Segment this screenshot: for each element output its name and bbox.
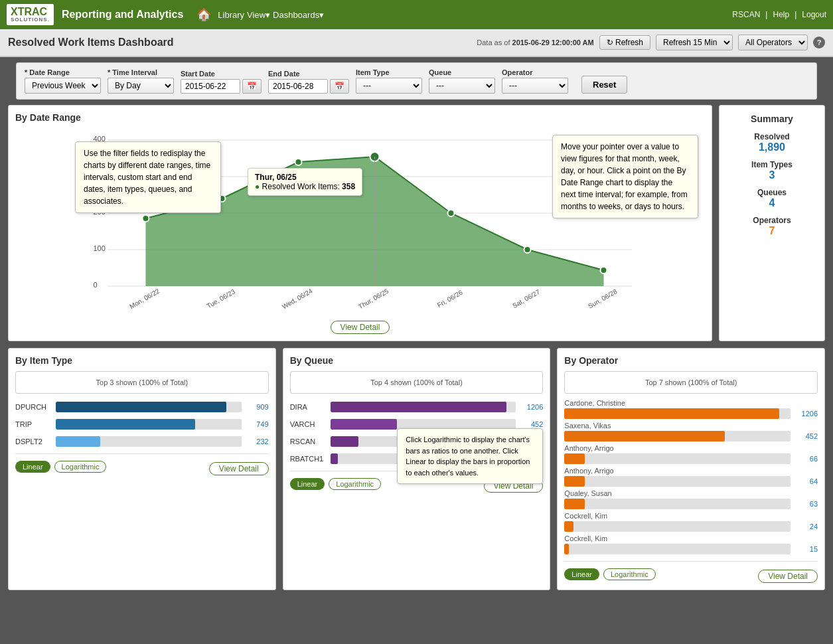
item-type-footer: Linear Logarithmic View Detail <box>15 453 269 475</box>
operator-name-1: Saxena, Vikas <box>564 422 818 430</box>
logout-link[interactable]: Logout <box>802 10 826 19</box>
table-row: DIRA 1206 <box>290 402 544 412</box>
svg-text:100: 100 <box>94 244 106 252</box>
home-icon[interactable]: 🏠 <box>196 7 211 22</box>
operator-value-5: 24 <box>795 523 818 530</box>
dashboards-dropdown[interactable]: Dashboards▾ <box>273 10 324 20</box>
callout-filter-fields: Use the filter fields to redisplay the c… <box>75 141 221 213</box>
queue-label: Queue <box>429 68 495 76</box>
refresh-button[interactable]: ↻ Refresh <box>599 35 650 50</box>
time-interval-select[interactable]: By Day <box>108 78 174 94</box>
svg-point-10 <box>143 215 149 222</box>
operator-bar-4 <box>564 499 791 509</box>
summary-item-types: Item Types 3 <box>727 160 816 181</box>
help-link[interactable]: Help <box>773 10 789 19</box>
item-type-value-2: 232 <box>246 438 269 445</box>
end-date-input[interactable] <box>268 79 328 94</box>
summary-resolved: Resolved 1,890 <box>727 132 816 153</box>
operator-name-0: Cardone, Christine <box>564 399 818 407</box>
reset-button[interactable]: Reset <box>581 76 627 94</box>
queues-value: 4 <box>727 197 816 209</box>
operator-bar-6 <box>564 544 791 554</box>
sub-header: Resolved Work Items Dashboard Data as of… <box>0 29 833 57</box>
summary-operators: Operators 7 <box>727 216 816 237</box>
start-date-calendar-button[interactable]: 📅 <box>242 79 262 94</box>
page-title: Resolved Work Items Dashboard <box>8 37 477 48</box>
resolved-label: Resolved <box>727 132 816 141</box>
item-type-logarithmic-button[interactable]: Logarithmic <box>54 461 107 473</box>
library-link[interactable]: Library <box>218 10 244 20</box>
item-type-label-0: DPURCH <box>15 403 52 411</box>
time-interval-group: * Time Interval By Day <box>108 68 174 94</box>
by-item-type-panel: By Item Type Top 3 shown (100% of Total)… <box>8 348 276 590</box>
queue-logarithmic-button[interactable]: Logarithmic <box>329 478 381 490</box>
queue-label-3: RBATCH1 <box>290 455 327 463</box>
item-type-linear-button[interactable]: Linear <box>15 461 50 473</box>
data-as-of: Data as of 2015-06-29 12:00:00 AM <box>477 39 593 46</box>
operator-logarithmic-button[interactable]: Logarithmic <box>603 568 656 580</box>
resolved-value: 1,890 <box>727 141 816 153</box>
date-range-group: * Date Range Previous Week <box>25 68 101 94</box>
item-type-bar-0 <box>56 402 242 412</box>
queue-label-1: VARCH <box>290 420 327 428</box>
svg-text:Fri, 06/26: Fri, 06/26 <box>436 288 464 309</box>
queue-group: Queue --- <box>429 68 495 94</box>
operator-view-detail-button[interactable]: View Detail <box>758 570 818 583</box>
item-type-bar-1 <box>56 419 242 430</box>
logo-xtrac: XTRAC <box>11 6 50 18</box>
end-date-calendar-button[interactable]: 📅 <box>330 79 349 94</box>
by-item-type-subtitle: Top 3 shown (100% of Total) <box>15 371 269 394</box>
operator-bar-fill-6 <box>564 544 569 554</box>
table-row: Anthony, Arrigo 66 <box>564 444 818 464</box>
sub-header-right: Data as of 2015-06-29 12:00:00 AM ↻ Refr… <box>477 35 825 50</box>
operator-value-2: 66 <box>795 455 818 463</box>
operator-name-4: Qualey, Susan <box>564 489 818 497</box>
date-range-select[interactable]: Previous Week <box>25 78 101 94</box>
operator-bar-1 <box>564 431 791 442</box>
operator-group: Operator --- <box>502 68 568 94</box>
help-icon[interactable]: ? <box>813 37 825 48</box>
by-queue-title: By Queue <box>290 355 544 366</box>
date-range-chart[interactable]: 400 300 200 100 0 <box>15 128 705 314</box>
time-interval-label: * Time Interval <box>108 68 174 76</box>
by-queue-panel: By Queue Top 4 shown (100% of Total) DIR… <box>283 348 551 590</box>
start-date-input[interactable] <box>181 79 240 94</box>
table-row: Cockrell, Kim 24 <box>564 512 818 532</box>
queue-value-1: 452 <box>520 420 543 428</box>
queue-label-0: DIRA <box>290 403 327 411</box>
callout-pointer-instructions: Move your pointer over a value to view f… <box>552 135 698 218</box>
data-as-of-value: 2015-06-29 12:00:00 AM <box>512 39 594 46</box>
by-operator-subtitle: Top 7 shown (100% of Total) <box>564 371 818 394</box>
operator-value-4: 63 <box>795 500 818 508</box>
item-types-value: 3 <box>727 169 816 181</box>
view-dropdown[interactable]: View▾ <box>247 10 270 20</box>
operator-bar-fill-0 <box>564 408 779 419</box>
queue-bar-0 <box>331 402 516 412</box>
item-type-select[interactable]: --- <box>356 78 422 94</box>
queue-linear-button[interactable]: Linear <box>290 478 325 490</box>
operators-select[interactable]: All Operators <box>738 35 808 50</box>
top-charts-row: By Date Range 400 300 200 100 0 <box>8 105 825 341</box>
queue-value-0: 1206 <box>520 403 543 411</box>
table-row: Cockrell, Kim 15 <box>564 534 818 554</box>
item-type-view-detail-button[interactable]: View Detail <box>209 462 269 475</box>
queue-bar-fill-0 <box>331 402 507 412</box>
operator-footer: Linear Logarithmic View Detail <box>564 561 818 583</box>
item-type-group: Item Type --- <box>356 68 422 94</box>
filter-bar: * Date Range Previous Week * Time Interv… <box>16 62 817 100</box>
queue-select[interactable]: --- <box>429 78 495 94</box>
operator-name-3: Anthony, Arrigo <box>564 467 818 475</box>
operator-name-5: Cockrell, Kim <box>564 512 818 520</box>
logo-solutions: SOLUTIONS. <box>11 17 50 23</box>
operator-select[interactable]: --- <box>502 78 568 94</box>
item-type-label-1: TRIP <box>15 420 52 428</box>
queues-label: Queues <box>727 188 816 197</box>
queue-callout: Click Logarithmic to display the chart's… <box>397 428 543 484</box>
refresh-interval-select[interactable]: Refresh 15 Min <box>656 35 733 50</box>
date-range-view-detail-button[interactable]: View Detail <box>331 321 390 334</box>
operator-linear-button[interactable]: Linear <box>564 568 599 580</box>
top-nav: XTRAC SOLUTIONS. Reporting and Analytics… <box>0 0 833 29</box>
operator-value-0: 1206 <box>795 410 818 418</box>
item-type-bar-fill-0 <box>56 402 226 412</box>
nav-user: RSCAN <box>732 10 760 19</box>
